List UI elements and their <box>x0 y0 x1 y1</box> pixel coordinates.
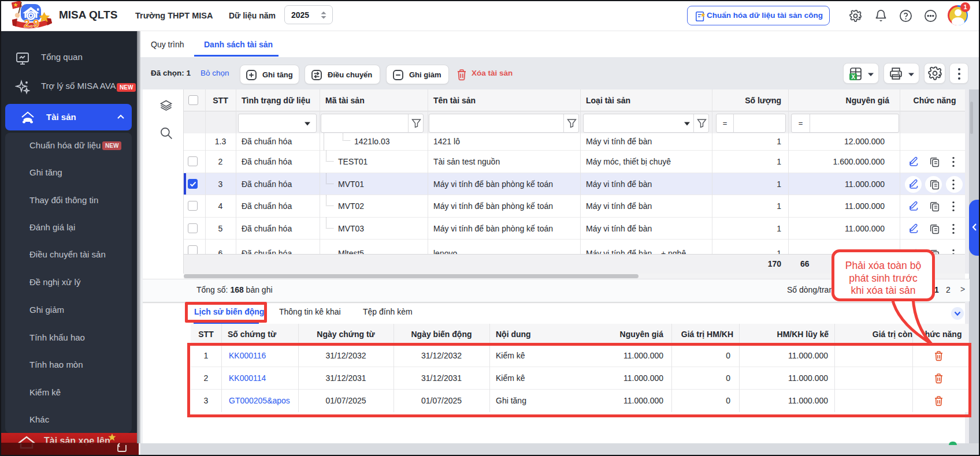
svg-text:X: X <box>851 74 855 80</box>
svg-text:2.9: 2.9 <box>24 17 39 29</box>
